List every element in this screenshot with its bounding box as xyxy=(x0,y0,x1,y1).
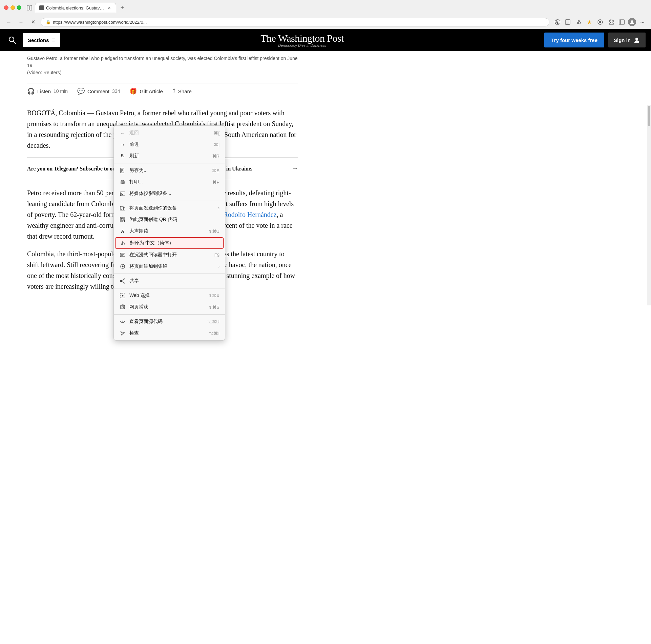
context-menu-screenshot[interactable]: 网页捕获 ⇧⌘S xyxy=(114,301,225,305)
wp-logo: The Washington Post xyxy=(64,33,540,44)
listen-label: Listen xyxy=(37,88,51,94)
back-arrow-icon: ← xyxy=(119,129,126,136)
svg-rect-19 xyxy=(122,182,124,183)
context-menu-refresh[interactable]: ↻ 刷新 ⌘R xyxy=(114,150,225,162)
scrollbar-thumb[interactable] xyxy=(648,106,650,126)
svg-rect-35 xyxy=(124,221,125,222)
share-btn[interactable]: ⤴ Share xyxy=(172,88,192,95)
close-window-btn[interactable] xyxy=(4,5,8,10)
wp-signin-btn[interactable]: Sign in xyxy=(608,33,646,47)
refresh-label: 刷新 xyxy=(129,153,207,159)
collections-icon[interactable] xyxy=(595,17,605,27)
tab-close-btn[interactable]: ✕ xyxy=(106,5,112,11)
svg-point-13 xyxy=(635,38,638,40)
svg-rect-31 xyxy=(123,220,124,221)
extensions-icon[interactable] xyxy=(606,17,616,27)
screenshot-label: 网页捕获 xyxy=(129,304,203,305)
menu-divider-4 xyxy=(114,288,225,288)
context-menu-share[interactable]: 共享 xyxy=(114,275,225,287)
svg-rect-30 xyxy=(121,221,122,222)
web-select-icon xyxy=(119,292,126,299)
minimize-window-btn[interactable] xyxy=(10,5,15,10)
back-btn[interactable]: ← xyxy=(4,17,14,27)
send-to-device-arrow: › xyxy=(218,206,219,210)
profile-avatar[interactable] xyxy=(628,18,636,26)
svg-rect-32 xyxy=(124,220,124,221)
share-menu-label: 共享 xyxy=(129,278,219,284)
forward-shortcut: ⌘] xyxy=(214,142,219,147)
context-menu-web-select[interactable]: Web 选择 ⇧⌘X xyxy=(114,290,225,301)
wp-search-btn[interactable] xyxy=(5,33,19,47)
headphone-icon: 🎧 xyxy=(27,87,35,95)
menu-divider-3 xyxy=(114,274,225,274)
wp-logo-area: The Washington Post Democracy Dies in Da… xyxy=(64,33,540,47)
cast-icon xyxy=(119,190,126,197)
add-to-collections-arrow: › xyxy=(218,264,219,269)
save-as-shortcut: ⌘S xyxy=(212,168,219,173)
context-menu-immersive-reader[interactable]: 在沉浸式阅读器中打开 F9 xyxy=(114,249,225,261)
translate-icon[interactable]: あ xyxy=(574,17,583,27)
wp-cta-btn[interactable]: Try four weeks free xyxy=(544,33,604,47)
context-menu-print[interactable]: 打印... ⌘P xyxy=(114,176,225,188)
context-menu-forward[interactable]: → 前进 ⌘] xyxy=(114,139,225,150)
address-bar: ← → ✕ 🔒 https://www.washingtonpost.com/w… xyxy=(0,15,651,29)
share-label: Share xyxy=(178,88,192,94)
comment-icon: 💬 xyxy=(77,87,85,95)
translate-menu-icon: あ xyxy=(120,240,126,246)
forward-btn[interactable]: → xyxy=(16,17,26,27)
gift-btn[interactable]: 🎁 Gift Article xyxy=(129,87,163,95)
print-icon xyxy=(119,179,126,185)
context-menu-create-qr[interactable]: 为此页面创建 QR 代码 xyxy=(114,214,225,225)
save-as-label: 另存为... xyxy=(129,167,207,174)
action-bar: 🎧 Listen 10 min 💬 Comment 334 🎁 Gift Art… xyxy=(27,83,298,99)
page-content: Gustavo Petro, a former rebel who pledge… xyxy=(0,51,651,305)
context-menu-translate[interactable]: あ 翻译为 中文（简体） xyxy=(115,237,224,249)
wp-sections-btn[interactable]: Sections ≡ xyxy=(23,33,60,47)
print-label: 打印... xyxy=(129,179,207,185)
back-shortcut: ⌘[ xyxy=(214,130,219,136)
sidebar-toggle-icon[interactable] xyxy=(27,5,32,11)
context-menu-read-aloud[interactable]: A 大声朗读 ⇧⌘U xyxy=(114,225,225,237)
tab-title: Colombia elections: Gustavo P xyxy=(46,5,104,11)
new-tab-btn[interactable]: + xyxy=(118,3,127,13)
cta-label: Try four weeks free xyxy=(551,37,597,43)
share-menu-icon xyxy=(119,278,126,284)
close-btn[interactable]: ✕ xyxy=(28,17,38,27)
favorites-icon[interactable]: ★ xyxy=(585,17,594,27)
sidebar-icon[interactable] xyxy=(617,17,627,27)
menu-divider-1 xyxy=(114,163,225,163)
reader-view-icon[interactable] xyxy=(563,17,572,27)
svg-point-43 xyxy=(124,282,125,283)
add-to-collections-label: 将页面添加到集锦 xyxy=(129,263,215,269)
send-to-device-label: 将页面发送到你的设备 xyxy=(129,205,215,211)
context-menu-back[interactable]: ← 返回 ⌘[ xyxy=(114,127,225,139)
svg-point-42 xyxy=(120,280,122,282)
screenshot-icon xyxy=(119,304,126,305)
comment-btn[interactable]: 💬 Comment 334 xyxy=(77,87,120,95)
listen-btn[interactable]: 🎧 Listen 10 min xyxy=(27,87,68,95)
context-menu-save-as[interactable]: 另存为... ⌘S xyxy=(114,165,225,176)
svg-rect-23 xyxy=(123,207,125,210)
active-tab[interactable]: Colombia elections: Gustavo P ✕ xyxy=(35,3,116,13)
context-menu: ← 返回 ⌘[ → 前进 ⌘] ↻ 刷新 ⌘R xyxy=(113,125,225,305)
wp-header: Sections ≡ The Washington Post Democracy… xyxy=(0,29,651,51)
comment-count: 334 xyxy=(112,88,120,94)
svg-rect-29 xyxy=(124,218,125,219)
immersive-reader-shortcut: F9 xyxy=(214,253,219,258)
rodolfo-hernandez-link[interactable]: Rodolfo Hernández xyxy=(223,211,276,218)
web-select-shortcut: ⇧⌘X xyxy=(208,293,219,298)
more-options-icon[interactable]: ··· xyxy=(637,17,647,27)
read-aloud-icon[interactable]: 𝐀⃝ xyxy=(552,17,562,27)
title-bar: Colombia elections: Gustavo P ✕ + xyxy=(0,0,651,15)
context-menu-cast[interactable]: 将媒体投影到设备... xyxy=(114,188,225,199)
maximize-window-btn[interactable] xyxy=(17,5,21,10)
article-caption: Gustavo Petro, a former rebel who pledge… xyxy=(27,55,298,76)
url-bar[interactable]: 🔒 https://www.washingtonpost.com/world/2… xyxy=(41,18,549,26)
svg-point-40 xyxy=(122,266,124,267)
read-aloud-shortcut: ⇧⌘U xyxy=(208,229,219,234)
menu-divider-2 xyxy=(114,201,225,201)
back-label: 返回 xyxy=(129,130,208,136)
scrollbar[interactable] xyxy=(647,105,651,305)
context-menu-send-to-device[interactable]: 将页面发送到你的设备 › xyxy=(114,202,225,214)
context-menu-add-to-collections[interactable]: 将页面添加到集锦 › xyxy=(114,261,225,272)
